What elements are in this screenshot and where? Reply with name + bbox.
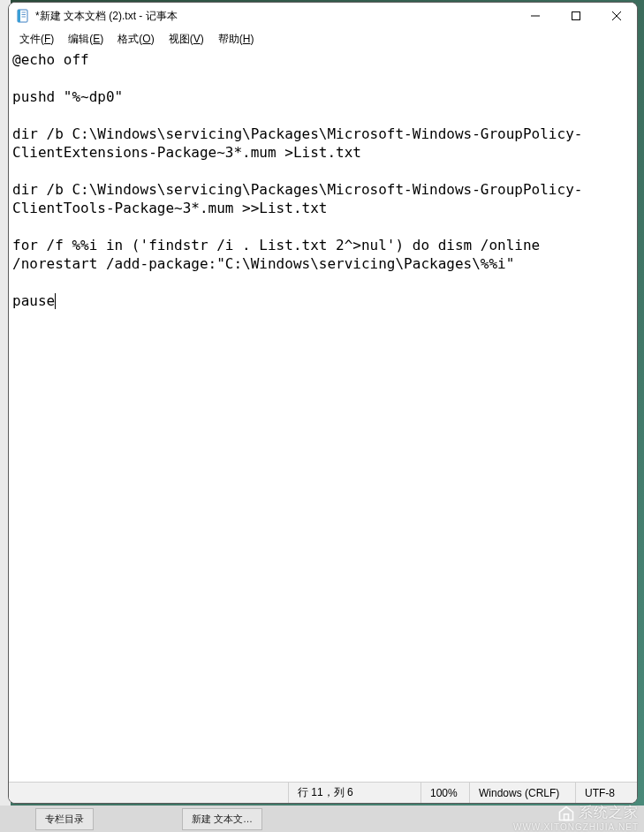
status-line-ending: Windows (CRLF) <box>469 783 575 803</box>
svg-rect-1 <box>18 10 20 22</box>
menu-format[interactable]: 格式(O) <box>110 30 161 49</box>
menu-edit[interactable]: 编辑(E) <box>61 30 110 49</box>
caption-buttons <box>515 3 637 29</box>
window-title: *新建 文本文档 (2).txt - 记事本 <box>35 9 515 24</box>
menu-view[interactable]: 视图(V) <box>162 30 211 49</box>
taskbar[interactable]: 专栏目录 新建 文本文… <box>0 806 644 832</box>
menu-file[interactable]: 文件(F) <box>12 30 61 49</box>
status-position: 行 11，列 6 <box>288 783 420 803</box>
titlebar[interactable]: *新建 文本文档 (2).txt - 记事本 <box>9 3 637 29</box>
statusbar: 行 11，列 6 100% Windows (CRLF) UTF-8 <box>9 782 637 803</box>
notepad-icon <box>16 9 30 23</box>
minimize-button[interactable] <box>515 3 556 29</box>
status-encoding: UTF-8 <box>575 783 637 803</box>
taskbar-item[interactable]: 专栏目录 <box>35 808 94 830</box>
taskbar-item[interactable]: 新建 文本文… <box>182 808 262 830</box>
text-caret <box>55 293 56 309</box>
maximize-button[interactable] <box>556 3 596 29</box>
menubar: 文件(F) 编辑(E) 格式(O) 视图(V) 帮助(H) <box>9 29 637 49</box>
status-zoom[interactable]: 100% <box>420 783 469 803</box>
menu-help[interactable]: 帮助(H) <box>211 30 261 49</box>
editor-content: @echo off pushd "%~dp0" dir /b C:\Window… <box>12 51 582 309</box>
close-button[interactable] <box>596 3 637 29</box>
status-spacer <box>9 783 288 803</box>
text-editor[interactable]: @echo off pushd "%~dp0" dir /b C:\Window… <box>9 49 637 782</box>
svg-rect-6 <box>572 12 580 20</box>
notepad-window: *新建 文本文档 (2).txt - 记事本 文件(F) 编辑(E) 格式(O)… <box>8 2 638 804</box>
